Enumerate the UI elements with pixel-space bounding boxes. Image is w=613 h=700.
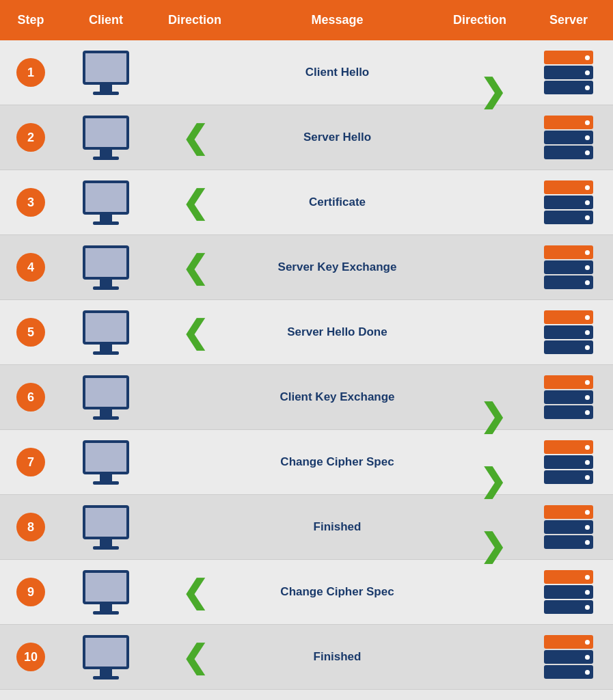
server-unit-top — [544, 440, 593, 454]
direction-right-cell — [435, 262, 524, 273]
table-row: 4 Server Key Exchange — [0, 235, 613, 300]
table-row: 8 Finished — [0, 495, 613, 560]
direction-left-cell — [150, 67, 239, 78]
table-row: 10 Finished — [0, 625, 613, 690]
server-dot-bot — [585, 605, 590, 610]
server-dot-mid — [585, 70, 590, 75]
server-unit-top — [544, 375, 593, 389]
server-unit-top — [544, 180, 593, 194]
step-badge: 7 — [16, 448, 45, 476]
client-monitor-icon — [83, 310, 129, 355]
client-cell — [62, 305, 150, 360]
table-row: 3 Certificate — [0, 170, 613, 235]
server-cell — [524, 435, 613, 489]
message-cell: Change Cipher Spec — [239, 450, 435, 474]
server-unit-top — [544, 635, 593, 649]
server-icon — [544, 245, 593, 289]
step-cell: 10 — [0, 637, 62, 677]
server-cell — [524, 370, 613, 425]
monitor-stand — [100, 150, 112, 157]
server-unit-bot — [544, 340, 593, 354]
server-dot-bot — [585, 215, 590, 220]
direction-right-cell — [435, 197, 524, 208]
monitor-stand — [100, 85, 112, 92]
client-cell — [62, 240, 150, 295]
server-dot-mid — [585, 265, 590, 270]
header-step: Step — [0, 8, 62, 33]
monitor-base — [93, 676, 119, 679]
step-cell: 3 — [0, 183, 62, 222]
server-unit-bot — [544, 405, 593, 419]
direction-left-cell — [150, 308, 239, 356]
table-row: 6 Client Key Exchange — [0, 365, 613, 430]
server-unit-bot — [544, 535, 593, 549]
client-cell — [62, 630, 150, 685]
server-icon — [544, 440, 593, 484]
arrow-left-icon — [182, 574, 208, 610]
direction-left-cell — [150, 568, 239, 616]
message-label: Change Cipher Spec — [280, 455, 394, 469]
client-cell — [62, 565, 150, 620]
message-cell: Server Key Exchange — [239, 255, 435, 280]
message-cell: Finished — [239, 645, 435, 669]
server-unit-mid — [544, 455, 593, 469]
direction-left-cell — [150, 178, 239, 226]
monitor-base — [93, 481, 119, 485]
monitor-base — [93, 157, 119, 160]
server-dot-mid — [585, 200, 590, 205]
direction-right-cell — [435, 587, 524, 597]
message-cell: Client Key Exchange — [239, 385, 435, 409]
server-unit-mid — [544, 131, 593, 144]
direction-left-cell — [150, 457, 239, 468]
table-row: 5 Server Hello Done — [0, 300, 613, 365]
server-icon — [544, 570, 593, 614]
monitor-screen — [83, 440, 129, 474]
step-cell: 9 — [0, 572, 62, 612]
monitor-base — [93, 416, 119, 420]
monitor-base — [93, 92, 119, 95]
client-cell — [62, 500, 150, 555]
step-badge: 6 — [16, 383, 45, 412]
server-unit-bot — [544, 600, 593, 614]
client-cell — [62, 45, 150, 100]
client-monitor-icon — [83, 180, 129, 225]
server-dot-bot — [585, 85, 590, 90]
server-dot-top — [585, 575, 590, 580]
server-unit-top — [544, 51, 593, 64]
step-cell: 2 — [0, 118, 62, 157]
monitor-base — [93, 221, 119, 225]
arrow-left-icon — [182, 249, 208, 286]
server-dot-mid — [585, 655, 590, 660]
server-dot-bot — [585, 280, 590, 285]
direction-right-cell — [435, 67, 524, 78]
server-dot-bot — [585, 475, 590, 480]
monitor-screen — [83, 375, 129, 409]
client-cell — [62, 110, 150, 165]
step-badge: 4 — [16, 253, 45, 282]
client-cell — [62, 175, 150, 230]
header-direction-right: Direction — [435, 8, 524, 33]
server-cell — [524, 240, 613, 295]
server-dot-mid — [585, 460, 590, 465]
server-dot-top — [585, 640, 590, 645]
message-label: Certificate — [309, 196, 366, 209]
server-unit-bot — [544, 146, 593, 159]
client-monitor-icon — [83, 505, 129, 550]
tls-handshake-table: Step Client Direction Message Direction … — [0, 0, 613, 690]
client-monitor-icon — [83, 116, 129, 160]
monitor-stand — [100, 215, 112, 221]
client-cell — [62, 435, 150, 490]
table-row: 1 Client Hello — [0, 40, 613, 105]
server-dot-top — [585, 55, 590, 60]
direction-right-cell — [435, 651, 524, 662]
direction-right-cell — [435, 132, 524, 143]
header-direction-left: Direction — [150, 8, 239, 33]
direction-left-cell — [150, 392, 239, 403]
arrow-left-icon — [182, 638, 208, 675]
message-cell: Change Cipher Spec — [239, 580, 435, 604]
client-monitor-icon — [83, 375, 129, 420]
arrow-left-icon — [182, 184, 208, 221]
step-cell: 4 — [0, 247, 62, 287]
server-icon — [544, 635, 593, 679]
monitor-screen — [83, 570, 129, 604]
